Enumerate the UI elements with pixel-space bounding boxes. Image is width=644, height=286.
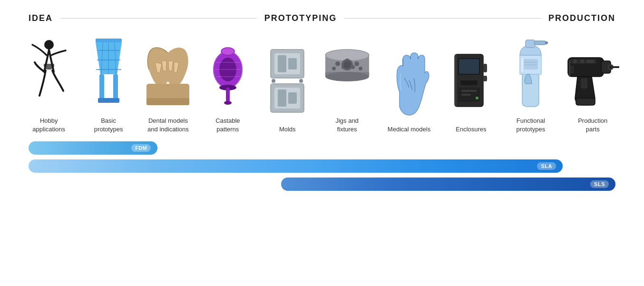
item-label-dental: Dental modelsand indications <box>147 117 189 134</box>
svg-rect-3 <box>113 74 118 100</box>
item-basic: Basicprototypes <box>82 35 135 134</box>
svg-rect-57 <box>461 90 477 92</box>
teeth-icon <box>142 36 194 110</box>
bar-sls: SLS <box>281 178 615 191</box>
svg-point-44 <box>343 61 351 69</box>
svg-point-31 <box>272 79 275 83</box>
svg-rect-18 <box>226 88 230 102</box>
svg-rect-60 <box>455 54 457 107</box>
svg-point-63 <box>545 41 548 44</box>
header-bar: IDEA PROTOTYPING PRODUCTION <box>0 0 644 23</box>
idea-label: IDEA <box>29 13 53 23</box>
svg-point-0 <box>44 40 54 49</box>
dancer-icon <box>28 36 70 110</box>
prototyping-label: PROTOTYPING <box>264 13 337 23</box>
svg-rect-58 <box>461 94 471 96</box>
item-image-functional <box>507 35 555 111</box>
svg-point-19 <box>224 101 232 105</box>
disc-icon <box>323 36 371 110</box>
item-jigs: Jigs andfixtures <box>321 35 373 134</box>
item-functional: Functionalprototypes <box>505 35 557 134</box>
bar-sla: SLA <box>29 159 563 173</box>
header-line-right <box>344 18 541 19</box>
bar-fdm: FDM <box>29 141 157 155</box>
item-label-enclosures: Enclosures <box>456 125 486 134</box>
svg-point-59 <box>476 97 478 99</box>
item-image-medical <box>383 43 435 119</box>
svg-point-46 <box>325 72 369 81</box>
fdm-label: FDM <box>131 144 151 152</box>
svg-rect-67 <box>521 58 523 72</box>
ring-icon <box>209 36 247 110</box>
item-label-functional: Functionalprototypes <box>516 117 545 134</box>
svg-rect-82 <box>569 60 570 77</box>
item-image-production <box>566 35 620 111</box>
item-label-hobby: Hobbyapplications <box>32 117 65 134</box>
funnel-icon <box>86 36 131 110</box>
production-label: PRODUCTION <box>548 13 615 23</box>
sprayer-icon <box>510 36 551 110</box>
svg-rect-2 <box>99 74 104 100</box>
mold-icon <box>266 45 309 118</box>
item-dental: Dental modelsand indications <box>142 35 194 134</box>
item-image-basic <box>85 35 132 111</box>
svg-rect-26 <box>288 58 297 69</box>
svg-rect-64 <box>524 59 538 69</box>
svg-rect-12 <box>146 98 189 105</box>
svg-point-42 <box>359 67 362 70</box>
item-image-hobby <box>25 35 73 111</box>
svg-rect-72 <box>611 66 619 68</box>
item-hobby: Hobbyapplications <box>23 35 75 134</box>
item-image-enclosures <box>447 43 495 119</box>
enclosure-icon <box>451 45 491 118</box>
header-line-left <box>60 18 257 19</box>
item-label-basic: Basicprototypes <box>94 117 123 134</box>
svg-rect-73 <box>581 78 587 89</box>
hand-icon <box>383 45 435 118</box>
svg-point-38 <box>354 61 359 66</box>
sls-label: SLS <box>590 180 609 188</box>
svg-point-16 <box>221 48 234 55</box>
item-label-molds: Molds <box>279 125 296 134</box>
svg-rect-62 <box>534 41 546 45</box>
svg-point-75 <box>573 59 577 63</box>
svg-point-32 <box>299 79 303 83</box>
svg-rect-61 <box>526 40 535 48</box>
svg-rect-25 <box>278 55 286 72</box>
items-row: Hobbyapplications Basicprototypes <box>0 23 644 134</box>
item-production: Productionparts <box>564 35 621 134</box>
item-medical: Medical models <box>381 43 438 134</box>
bars-container: FDM SLA SLS <box>0 134 644 191</box>
item-image-castable <box>204 35 252 111</box>
svg-point-39 <box>332 67 336 70</box>
svg-rect-30 <box>288 92 297 104</box>
item-label-medical: Medical models <box>388 125 430 134</box>
item-molds: Molds <box>261 43 313 134</box>
svg-rect-55 <box>460 80 478 85</box>
bar-row-sls: SLS <box>29 178 615 191</box>
drill-icon <box>566 36 620 110</box>
item-image-dental <box>144 35 192 111</box>
item-image-molds <box>263 43 311 119</box>
bar-row-fdm: FDM <box>29 141 615 155</box>
svg-rect-77 <box>586 60 594 63</box>
svg-point-36 <box>335 61 340 66</box>
item-label-production: Productionparts <box>578 117 607 134</box>
item-castable: Castablepatterns <box>202 35 254 134</box>
svg-rect-52 <box>459 59 479 74</box>
item-enclosures: Enclosures <box>445 43 497 134</box>
item-label-jigs: Jigs andfixtures <box>335 117 358 134</box>
sla-label: SLA <box>537 162 556 170</box>
svg-rect-53 <box>483 64 487 72</box>
svg-rect-54 <box>483 76 487 81</box>
svg-rect-10 <box>98 98 119 103</box>
item-image-jigs <box>323 35 371 111</box>
svg-point-76 <box>580 59 584 63</box>
svg-rect-81 <box>576 98 595 105</box>
svg-rect-29 <box>278 89 286 107</box>
item-label-castable: Castablepatterns <box>215 117 240 134</box>
svg-rect-1 <box>96 39 122 42</box>
bar-row-sla: SLA <box>29 159 615 173</box>
